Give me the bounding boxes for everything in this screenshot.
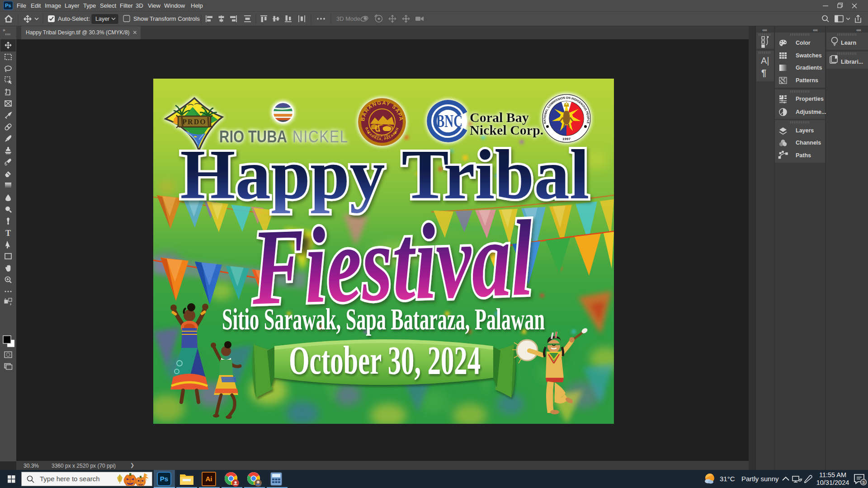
svg-text:Layer: Layer [95, 16, 109, 22]
svg-text:»: » [3, 28, 5, 33]
svg-text:Auto-Select:: Auto-Select: [58, 15, 90, 22]
svg-text:3: 3 [862, 480, 864, 485]
svg-text:3D Mode:: 3D Mode: [336, 15, 362, 22]
svg-text:BNC: BNC [436, 111, 462, 131]
svg-text:Show Transform Controls: Show Transform Controls [133, 15, 200, 22]
svg-text:A|: A| [761, 56, 769, 66]
svg-text:Sitio Sarawak, Sapa Bataraza,: Sitio Sarawak, Sapa Bataraza, Palawan [222, 302, 545, 336]
svg-text:October 30, 2024: October 30, 2024 [289, 338, 481, 382]
svg-text:¶: ¶ [761, 68, 766, 78]
svg-text:PRDO: PRDO [182, 118, 206, 126]
svg-text:T: T [5, 229, 11, 238]
